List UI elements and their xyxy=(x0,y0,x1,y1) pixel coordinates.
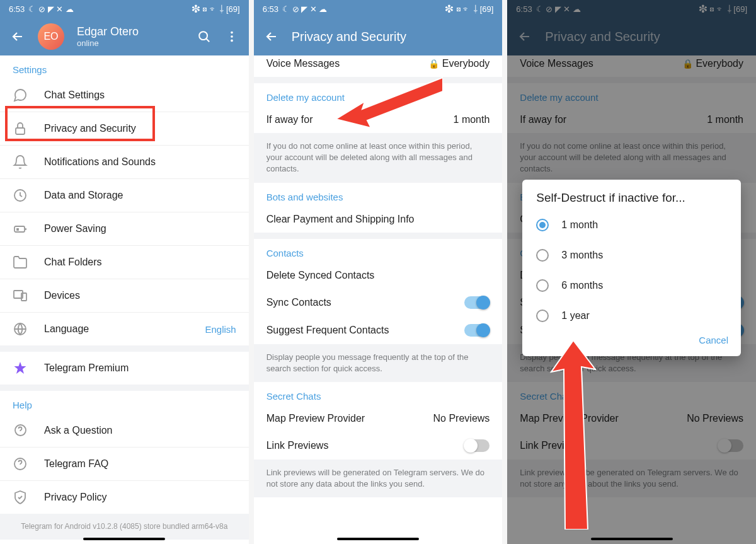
help-link: Link previews will be generated on Teleg… xyxy=(254,460,503,497)
option-1-month[interactable]: 1 month xyxy=(522,210,741,240)
dialog-title: Self-Destruct if inactive for... xyxy=(522,191,741,210)
screen-dialog: 6:53 ☾ ⊘ ◤ ✕ ☁ ✽ ⊠ ᯤ ⏚ [69] Privacy and … xyxy=(507,0,756,544)
footer-version: Telegram for Android v10.2.8 (4085) stor… xyxy=(0,514,249,540)
toggle-sync[interactable] xyxy=(464,296,490,309)
screen-privacy: 6:53 ☾ ⊘ ◤ ✕ ☁ ✽ ⊠ ᯤ ⏚ [69] Privacy and … xyxy=(254,0,503,544)
row-power-saving[interactable]: Power Saving xyxy=(0,212,249,245)
language-value: English xyxy=(205,324,236,335)
radio-icon xyxy=(536,219,549,231)
bell-icon xyxy=(13,154,28,170)
if-away-value: 1 month xyxy=(454,114,490,125)
back-icon[interactable] xyxy=(10,29,25,44)
lock-icon xyxy=(13,121,28,136)
star-icon xyxy=(13,361,28,376)
help-delete: If you do not come online at least once … xyxy=(254,133,503,183)
section-bots: Bots and websites xyxy=(254,183,503,206)
row-data-storage[interactable]: Data and Storage xyxy=(0,178,249,212)
status-bar: 6:53 ☾ ⊘ ◤ ✕ ☁ ✽ ⊠ ᯤ ⏚ [69] xyxy=(0,0,249,18)
nav-handle xyxy=(83,538,165,540)
radio-icon xyxy=(536,279,549,292)
status-bar: 6:53 ☾ ⊘ ◤ ✕ ☁ ✽ ⊠ ᯤ ⏚ [69] xyxy=(254,0,503,18)
row-devices[interactable]: Devices xyxy=(0,279,249,312)
row-chat-settings[interactable]: Chat Settings xyxy=(0,79,249,112)
svg-rect-4 xyxy=(16,128,25,134)
svg-point-3 xyxy=(231,40,233,42)
help-suggest: Display people you message frequently at… xyxy=(254,344,503,382)
svg-point-2 xyxy=(231,35,233,38)
row-link-previews[interactable]: Link Previews xyxy=(254,432,503,460)
page-title: Privacy and Security xyxy=(292,30,493,44)
header: Privacy and Security xyxy=(254,18,503,55)
avatar[interactable]: EO xyxy=(38,23,64,50)
nav-handle xyxy=(591,538,673,540)
row-privacy-policy[interactable]: Privacy Policy xyxy=(0,480,249,514)
faq-icon xyxy=(13,456,28,472)
settings-content: Settings Chat Settings Privacy and Secur… xyxy=(0,55,249,544)
back-icon[interactable] xyxy=(264,29,279,44)
option-6-months[interactable]: 6 months xyxy=(522,270,741,301)
option-1-year[interactable]: 1 year xyxy=(522,301,741,331)
svg-point-0 xyxy=(199,32,207,40)
row-map-preview[interactable]: Map Preview Provider No Previews xyxy=(254,405,503,432)
row-language[interactable]: Language English xyxy=(0,312,249,345)
row-chat-folders[interactable]: Chat Folders xyxy=(0,245,249,279)
chat-icon xyxy=(13,88,28,103)
section-title-settings: Settings xyxy=(0,55,249,79)
row-suggest-freq[interactable]: Suggest Frequent Contacts xyxy=(254,316,503,344)
data-icon xyxy=(13,188,28,203)
user-name: Edgar Otero xyxy=(77,25,185,38)
toggle-link-previews[interactable] xyxy=(464,439,490,452)
question-icon xyxy=(13,423,28,438)
row-delete-synced[interactable]: Delete Synced Contacts xyxy=(254,262,503,289)
radio-icon xyxy=(536,310,549,322)
toggle-suggest[interactable] xyxy=(464,324,490,337)
power-icon xyxy=(13,221,28,236)
option-3-months[interactable]: 3 months xyxy=(522,240,741,270)
row-premium[interactable]: Telegram Premium xyxy=(0,352,249,385)
nav-handle xyxy=(337,538,419,540)
svg-rect-6 xyxy=(14,226,25,232)
folder-icon xyxy=(13,255,28,270)
row-notifications[interactable]: Notifications and Sounds xyxy=(0,145,249,178)
map-preview-value: No Previews xyxy=(433,413,490,424)
value-everybody: 🔒 Everybody xyxy=(428,58,490,69)
header: EO Edgar Otero online xyxy=(0,18,249,55)
user-status: online xyxy=(77,38,185,48)
self-destruct-dialog: Self-Destruct if inactive for... 1 month… xyxy=(522,180,741,356)
globe-icon xyxy=(13,321,28,337)
section-title-help: Help xyxy=(0,391,249,414)
row-sync-contacts[interactable]: Sync Contacts xyxy=(254,289,503,316)
devices-icon xyxy=(13,288,28,303)
cancel-button[interactable]: Cancel xyxy=(699,335,728,345)
search-icon[interactable] xyxy=(197,30,211,43)
section-contacts: Contacts xyxy=(254,239,503,262)
radio-icon xyxy=(536,249,549,262)
section-secret: Secret Chats xyxy=(254,382,503,405)
more-icon[interactable] xyxy=(225,30,239,43)
row-ask-question[interactable]: Ask a Question xyxy=(0,414,249,447)
row-clear-payment[interactable]: Clear Payment and Shipping Info xyxy=(254,206,503,233)
screen-settings: 6:53 ☾ ⊘ ◤ ✕ ☁ ✽ ⊠ ᯤ ⏚ [69] EO Edgar Ote… xyxy=(0,0,249,544)
shield-icon xyxy=(13,490,28,505)
row-voice-messages[interactable]: Voice Messages 🔒 Everybody xyxy=(254,55,503,77)
row-if-away[interactable]: If away for 1 month xyxy=(254,107,503,133)
section-delete-account: Delete my account xyxy=(254,83,503,107)
row-faq[interactable]: Telegram FAQ xyxy=(0,447,249,480)
svg-point-1 xyxy=(231,32,233,34)
row-privacy-security[interactable]: Privacy and Security xyxy=(0,112,249,145)
